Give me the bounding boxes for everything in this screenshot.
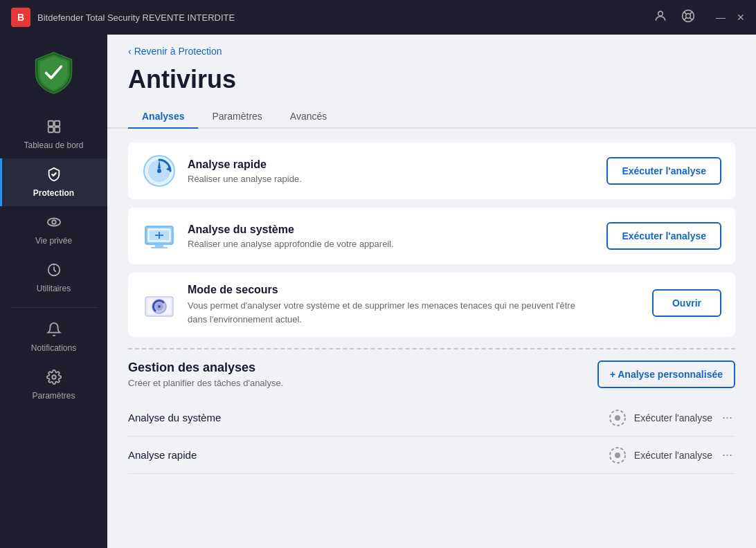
run-icon: [608, 446, 627, 465]
utilities-icon: [46, 262, 62, 281]
analysis-list: Analyse du système Exécuter l'analyse ··…: [128, 399, 735, 474]
sidebar-item-notifications[interactable]: Notifications: [0, 313, 107, 361]
more-options-button[interactable]: ···: [719, 408, 735, 428]
dashboard-icon: [46, 119, 62, 138]
titlebar: B Bitdefender Total Security REVENTE INT…: [0, 0, 756, 35]
sidebar-item-label: Tableau de bord: [24, 140, 83, 150]
content-area: Analyse rapide Réaliser une analyse rapi…: [107, 129, 756, 548]
rescue-scan-icon: [142, 289, 177, 324]
titlebar-left: B Bitdefender Total Security REVENTE INT…: [11, 8, 235, 27]
back-label: Revenir à Protection: [134, 46, 222, 57]
support-icon[interactable]: [681, 9, 695, 26]
svg-line-6: [684, 17, 687, 20]
privacy-icon: [46, 214, 62, 233]
scan-item-system: Analyse du système Réaliser une analyse …: [128, 208, 735, 264]
sidebar: Tableau de bord Protection Vie privée: [0, 35, 107, 548]
svg-rect-22: [151, 247, 168, 248]
list-item: Analyse du système Exécuter l'analyse ··…: [128, 399, 735, 437]
scan-item-rescue: Mode de secours Vous permet d'analyser v…: [128, 273, 735, 337]
page-title: Antivirus: [107, 62, 756, 105]
run-label[interactable]: Exécuter l'analyse: [634, 450, 712, 461]
rescue-scan-desc: Vous permet d'analyser votre système et …: [188, 299, 575, 326]
system-scan-button[interactable]: Exécuter l'analyse: [606, 222, 721, 250]
close-button[interactable]: ✕: [737, 12, 745, 23]
sidebar-item-settings[interactable]: Paramètres: [0, 361, 107, 409]
app-title: Bitdefender Total Security REVENTE INTER…: [37, 12, 235, 23]
system-scan-name: Analyse du système: [188, 223, 595, 236]
rescue-scan-button[interactable]: Ouvrir: [652, 289, 721, 317]
system-scan-info: Analyse du système Réaliser une analyse …: [188, 223, 595, 249]
run-label[interactable]: Exécuter l'analyse: [634, 412, 712, 423]
brand-shield: [30, 48, 78, 97]
quick-scan-icon: [142, 154, 177, 188]
manage-title: Gestion des analyses: [128, 360, 283, 375]
analysis-list-name: Analyse rapide: [128, 449, 600, 461]
back-navigation[interactable]: ‹ Revenir à Protection: [107, 35, 756, 62]
svg-point-0: [658, 11, 663, 16]
sidebar-item-label: Vie privée: [35, 236, 72, 246]
tab-avances[interactable]: Avancés: [276, 105, 341, 129]
app-logo: B: [11, 8, 30, 27]
manage-section: Gestion des analyses Créer et planifier …: [128, 360, 735, 388]
rescue-scan-info: Mode de secours Vous permet d'analyser v…: [188, 284, 641, 326]
titlebar-right: — ✕: [654, 9, 745, 26]
analysis-list-right: Exécuter l'analyse ···: [608, 445, 735, 465]
analysis-list-name: Analyse du système: [128, 412, 600, 423]
sidebar-item-label: Notifications: [31, 343, 76, 353]
svg-rect-10: [54, 127, 59, 132]
add-custom-analysis-button[interactable]: + Analyse personnalisée: [597, 360, 735, 388]
settings-icon: [46, 369, 62, 388]
svg-line-3: [684, 12, 687, 15]
tabs-bar: Analyses Paramètres Avancés: [107, 105, 756, 129]
back-chevron-icon: ‹: [128, 46, 132, 57]
rescue-scan-name: Mode de secours: [188, 284, 641, 296]
scan-item-quick: Analyse rapide Réaliser une analyse rapi…: [128, 143, 735, 199]
sidebar-item-protection[interactable]: Protection: [0, 158, 107, 206]
more-options-button[interactable]: ···: [719, 445, 735, 465]
profile-icon[interactable]: [654, 9, 667, 26]
svg-rect-8: [54, 121, 59, 126]
run-icon: [608, 408, 627, 428]
app-body: Tableau de bord Protection Vie privée: [0, 35, 756, 548]
sidebar-item-privacy[interactable]: Vie privée: [0, 206, 107, 254]
list-item: Analyse rapide Exécuter l'analyse ···: [128, 437, 735, 474]
sidebar-item-label: Utilitaires: [37, 284, 71, 293]
manage-desc: Créer et planifier des tâches d'analyse.: [128, 378, 283, 388]
svg-point-11: [47, 219, 60, 226]
svg-point-12: [52, 220, 56, 224]
sidebar-item-dashboard[interactable]: Tableau de bord: [0, 111, 107, 158]
main-content: ‹ Revenir à Protection Antivirus Analyse…: [107, 35, 756, 548]
svg-point-2: [686, 14, 691, 19]
svg-line-4: [690, 17, 692, 20]
svg-point-34: [615, 453, 620, 458]
svg-rect-21: [155, 244, 163, 247]
svg-point-18: [157, 169, 161, 173]
svg-line-5: [690, 12, 692, 15]
quick-scan-button[interactable]: Exécuter l'analyse: [606, 157, 721, 185]
svg-point-15: [52, 375, 56, 379]
analysis-list-right: Exécuter l'analyse ···: [608, 408, 735, 428]
window-controls: — ✕: [716, 12, 745, 23]
minimize-button[interactable]: —: [716, 12, 726, 23]
sidebar-divider: [11, 307, 97, 308]
protection-icon: [46, 167, 62, 185]
tab-parametres[interactable]: Paramètres: [198, 105, 276, 129]
quick-scan-info: Analyse rapide Réaliser une analyse rapi…: [188, 158, 595, 184]
svg-rect-9: [48, 127, 53, 132]
quick-scan-name: Analyse rapide: [188, 158, 595, 171]
manage-info: Gestion des analyses Créer et planifier …: [128, 360, 283, 388]
svg-point-30: [158, 305, 161, 308]
sidebar-item-label: Protection: [33, 188, 74, 198]
notifications-icon: [46, 322, 62, 340]
system-scan-desc: Réaliser une analyse approfondie de votr…: [188, 239, 595, 249]
svg-rect-7: [48, 121, 53, 126]
tab-analyses[interactable]: Analyses: [128, 105, 198, 129]
section-divider: [128, 348, 735, 349]
sidebar-item-utilities[interactable]: Utilitaires: [0, 254, 107, 302]
svg-point-32: [615, 415, 620, 421]
system-scan-icon: [142, 219, 177, 253]
quick-scan-desc: Réaliser une analyse rapide.: [188, 174, 595, 184]
sidebar-item-label: Paramètres: [32, 391, 75, 401]
